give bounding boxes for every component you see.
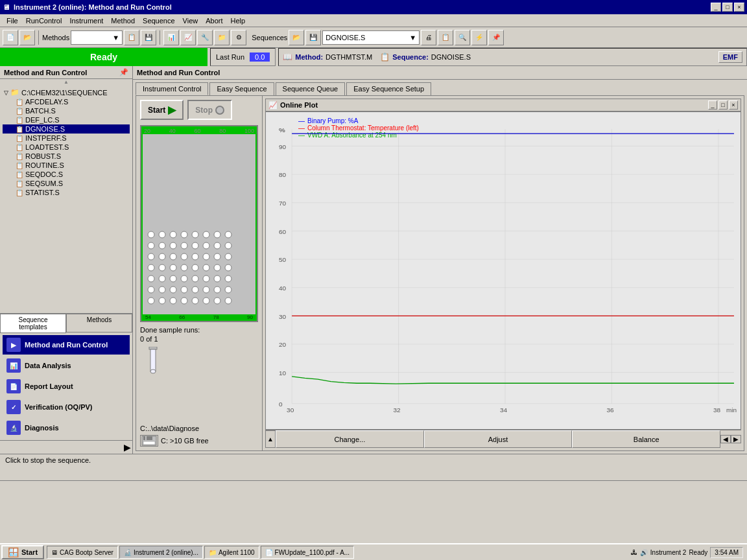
sidebar-header-title: Method and Run Control bbox=[4, 69, 87, 76]
menu-view[interactable]: View bbox=[179, 16, 202, 26]
seq-open-btn[interactable]: 📂 bbox=[289, 30, 304, 45]
tree-root[interactable]: ▽ 📁 C:\CHEM32\1\SEQUENCE bbox=[3, 88, 130, 97]
nav-verification[interactable]: ✓ Verification (OQ/PV) bbox=[3, 397, 130, 417]
tree-item-routine[interactable]: 📋 ROUTINE.S bbox=[3, 161, 130, 170]
tree-label-seqsum: SEQSUM.S bbox=[25, 180, 63, 187]
grid-footer-num3: 78 bbox=[213, 314, 219, 320]
maximize-button[interactable]: □ bbox=[722, 3, 733, 12]
toolbar-icon4[interactable]: ⚡ bbox=[471, 30, 487, 45]
drive-label: C: >10 GB free bbox=[161, 437, 209, 445]
sidebar-push-pin[interactable]: 📌 bbox=[119, 68, 128, 76]
stop-label: Stop bbox=[195, 106, 213, 115]
menu-abort[interactable]: Abort bbox=[202, 16, 226, 26]
tab-methods[interactable]: Methods bbox=[66, 314, 132, 332]
balance-button[interactable]: Balance bbox=[572, 430, 720, 448]
svg-point-1 bbox=[159, 231, 165, 238]
toolbar-icon1[interactable]: 🖨 bbox=[421, 30, 436, 45]
methods-select[interactable]: ▼ bbox=[71, 30, 123, 45]
toolbar-btn5[interactable]: 📈 bbox=[180, 30, 196, 45]
menu-sequence[interactable]: Sequence bbox=[139, 16, 179, 26]
toolbar-btn3[interactable]: 💾 bbox=[141, 30, 156, 45]
grid-header: 20 40 60 80 100 bbox=[143, 128, 255, 134]
menu-help[interactable]: Help bbox=[227, 16, 250, 26]
scroll-up-btn[interactable]: ▲ bbox=[265, 430, 276, 448]
svg-point-41 bbox=[159, 286, 165, 293]
toolbar-btn2[interactable]: 📋 bbox=[124, 30, 139, 45]
nav-diagnosis[interactable]: 🔬 Diagnosis bbox=[3, 418, 130, 438]
svg-text:36: 36 bbox=[606, 406, 613, 413]
start-button[interactable]: Start ▶ bbox=[140, 100, 184, 120]
toolbar-icon3[interactable]: 🔍 bbox=[455, 30, 470, 45]
taskbar-fwupdate[interactable]: 📄 FWUpdate_1100.pdf - A... bbox=[261, 546, 355, 559]
tab-instrument-control[interactable]: Instrument Control bbox=[136, 82, 208, 95]
toolbar-open[interactable]: 📂 bbox=[19, 30, 35, 45]
taskbar-instrument[interactable]: 🔬 Instrument 2 (online)... bbox=[119, 546, 203, 559]
sidebar-tree[interactable]: ▽ 📁 C:\CHEM32\1\SEQUENCE 📋 AFCDELAY.S 📋 … bbox=[0, 85, 132, 313]
toolbar-btn8[interactable]: ⚙ bbox=[231, 30, 246, 45]
emf-button[interactable]: EMF bbox=[718, 51, 742, 63]
tab-easy-sequence-setup[interactable]: Easy Sequence Setup bbox=[346, 82, 431, 95]
sidebar-nav: ▶ Method and Run Control 📊 Data Analysis… bbox=[0, 332, 132, 440]
tree-item-loadtest[interactable]: 📋 LOADTEST.S bbox=[3, 143, 130, 152]
toolbar-btn7[interactable]: 📁 bbox=[214, 30, 230, 45]
toolbar-icon2[interactable]: 📋 bbox=[438, 30, 453, 45]
plot-minimize[interactable]: _ bbox=[708, 100, 717, 110]
svg-point-5 bbox=[203, 231, 209, 238]
tab-sequence-templates[interactable]: Sequence templates bbox=[0, 314, 66, 333]
nav-label-method: Method and Run Control bbox=[25, 341, 108, 349]
toolbar-new[interactable]: 📄 bbox=[3, 30, 18, 45]
svg-point-53 bbox=[203, 298, 209, 304]
scroll-left-btn[interactable]: ◀ bbox=[720, 435, 731, 443]
svg-point-50 bbox=[170, 298, 176, 304]
toolbar-btn6[interactable]: 🔧 bbox=[197, 30, 213, 45]
tree-item-statist[interactable]: 📋 STATIST.S bbox=[3, 188, 130, 197]
tree-item-dgnoise[interactable]: 📋 DGNOISE.S bbox=[3, 124, 130, 134]
stop-button[interactable]: Stop bbox=[187, 100, 232, 120]
tree-item-seqsum[interactable]: 📋 SEQSUM.S bbox=[3, 179, 130, 188]
tree-item-robust[interactable]: 📋 ROBUST.S bbox=[3, 152, 130, 161]
tree-item-deflc[interactable]: 📋 DEF_LC.S bbox=[3, 115, 130, 124]
toolbar-icon5[interactable]: 📌 bbox=[488, 30, 504, 45]
taskbar-apps: 🖥 CAG Bootp Server 🔬 Instrument 2 (onlin… bbox=[47, 546, 627, 559]
tree-item-afcdelay[interactable]: 📋 AFCDELAY.S bbox=[3, 97, 130, 106]
minimize-button[interactable]: _ bbox=[711, 3, 721, 12]
tab-sequence-queue[interactable]: Sequence Queue bbox=[276, 82, 346, 95]
nav-method-run-control[interactable]: ▶ Method and Run Control bbox=[3, 335, 130, 355]
plot-maximize[interactable]: □ bbox=[718, 100, 728, 110]
taskbar-cag[interactable]: 🖥 CAG Bootp Server bbox=[47, 546, 118, 559]
change-button[interactable]: Change... bbox=[276, 430, 424, 448]
svg-point-55 bbox=[225, 298, 231, 304]
seq-icon-11: 📋 bbox=[16, 189, 23, 196]
plot-close[interactable]: × bbox=[729, 100, 738, 110]
seq-icon-5: 📋 bbox=[16, 135, 23, 142]
close-button[interactable]: × bbox=[734, 3, 744, 12]
nav-report-layout[interactable]: 📄 Report Layout bbox=[3, 377, 130, 396]
expand-arrow[interactable]: ▶ bbox=[124, 442, 131, 452]
start-button-taskbar[interactable]: 🪟 Start bbox=[1, 545, 44, 559]
tree-item-batch[interactable]: 📋 BATCH.S bbox=[3, 106, 130, 115]
svg-point-17 bbox=[159, 253, 165, 260]
tree-item-instperf[interactable]: 📋 INSTPERF.S bbox=[3, 134, 130, 143]
svg-point-30 bbox=[214, 264, 220, 271]
tree-item-seqdoc[interactable]: 📋 SEQDOC.S bbox=[3, 170, 130, 179]
svg-point-35 bbox=[181, 275, 187, 282]
content-title: Method and Run Control bbox=[137, 69, 220, 76]
sequence-label: Sequence: bbox=[392, 53, 429, 61]
nav-data-analysis[interactable]: 📊 Data Analysis bbox=[3, 356, 130, 375]
scroll-right-btn[interactable]: ▶ bbox=[731, 435, 741, 443]
last-run-label: Last Run bbox=[216, 53, 244, 61]
taskbar-agilent[interactable]: 📁 Agilent 1100 bbox=[204, 546, 259, 559]
menu-method[interactable]: Method bbox=[107, 16, 139, 26]
toolbar-sep1 bbox=[38, 30, 39, 45]
tab-easy-sequence[interactable]: Easy Sequence bbox=[209, 82, 274, 95]
menu-file[interactable]: File bbox=[3, 16, 22, 26]
toolbar-btn4[interactable]: 📊 bbox=[163, 30, 179, 45]
seq-save-btn[interactable]: 💾 bbox=[305, 30, 321, 45]
tab-bar: Instrument Control Easy Sequence Sequenc… bbox=[133, 80, 747, 95]
sequence-dropdown[interactable]: DGNOISE.S ▼ bbox=[322, 30, 420, 45]
menu-runcontrol[interactable]: RunControl bbox=[22, 16, 66, 26]
grid-col-40: 40 bbox=[169, 128, 176, 134]
adjust-button[interactable]: Adjust bbox=[424, 430, 573, 448]
menu-instrument[interactable]: Instrument bbox=[65, 16, 107, 26]
windows-logo: 🪟 bbox=[8, 547, 19, 557]
